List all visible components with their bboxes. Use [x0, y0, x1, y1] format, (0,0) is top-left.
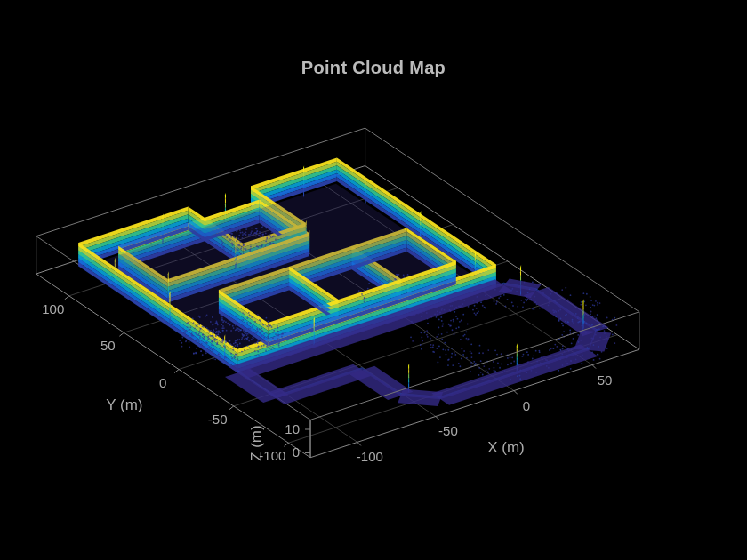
svg-point-479: [516, 291, 518, 292]
svg-point-1264: [562, 345, 564, 347]
svg-point-905: [246, 322, 248, 324]
svg-point-1191: [197, 340, 199, 341]
svg-point-633: [480, 301, 482, 303]
svg-point-1218: [211, 341, 213, 343]
svg-point-425: [565, 287, 566, 289]
svg-point-682: [585, 304, 587, 306]
svg-point-1076: [247, 333, 249, 335]
svg-point-1267: [261, 345, 262, 347]
svg-point-1401: [214, 358, 216, 360]
svg-point-1327: [205, 350, 207, 352]
svg-point-946: [269, 325, 271, 327]
svg-point-975: [606, 327, 607, 329]
svg-point-931: [198, 324, 200, 325]
svg-point-641: [597, 302, 598, 304]
svg-point-999: [256, 329, 258, 331]
svg-point-987: [249, 328, 251, 330]
svg-point-1185: [237, 340, 238, 341]
svg-point-620: [364, 301, 365, 303]
svg-point-1074: [263, 333, 265, 335]
svg-point-1045: [193, 332, 195, 333]
svg-point-1456: [570, 368, 572, 370]
svg-point-1081: [281, 333, 283, 335]
svg-point-1080: [269, 333, 270, 335]
svg-point-819: [597, 314, 598, 316]
svg-point-861: [438, 319, 440, 321]
svg-point-914: [561, 323, 563, 324]
svg-point-1227: [225, 341, 227, 343]
svg-point-1079: [441, 333, 443, 335]
svg-point-1491: [519, 375, 521, 377]
svg-point-1346: [213, 352, 214, 354]
svg-point-1092: [217, 334, 219, 336]
svg-point-1265: [237, 345, 238, 347]
svg-point-880: [441, 320, 443, 322]
svg-point-974: [221, 327, 223, 329]
svg-point-937: [591, 324, 593, 326]
svg-point-1006: [452, 329, 454, 331]
svg-point-672: [580, 304, 582, 306]
svg-point-1337: [526, 351, 528, 353]
svg-point-1082: [275, 333, 277, 335]
svg-line-1539: [284, 443, 288, 446]
svg-point-699: [504, 305, 506, 307]
svg-point-1129: [427, 336, 429, 338]
svg-point-355: [382, 278, 383, 280]
svg-point-607: [526, 300, 527, 301]
svg-point-687: [593, 305, 595, 307]
svg-point-1273: [556, 346, 558, 348]
svg-point-716: [485, 307, 486, 308]
svg-point-964: [458, 326, 460, 328]
svg-point-1248: [430, 344, 432, 346]
svg-point-1411: [517, 360, 518, 362]
svg-point-1102: [577, 334, 579, 336]
svg-point-1237: [571, 342, 573, 344]
svg-point-864: [453, 319, 454, 321]
svg-point-688: [474, 305, 476, 307]
svg-point-836: [592, 316, 594, 317]
svg-point-855: [560, 317, 562, 319]
svg-point-1254: [231, 344, 233, 346]
svg-point-1419: [473, 361, 475, 363]
svg-point-1010: [240, 329, 242, 331]
svg-point-565: [498, 297, 500, 299]
svg-point-1331: [241, 351, 243, 353]
svg-point-939: [616, 324, 618, 326]
svg-point-1368: [454, 354, 456, 356]
svg-point-1334: [601, 351, 603, 353]
svg-text:10: 10: [285, 421, 300, 436]
axes-3d[interactable]: -100-50050-100-50050100010 X (m)Y (m)Z (…: [0, 0, 747, 560]
svg-point-1178: [238, 339, 240, 340]
svg-point-1235: [254, 342, 256, 344]
svg-point-1137: [181, 337, 183, 339]
svg-point-1143: [241, 337, 243, 339]
svg-point-789: [248, 312, 250, 314]
svg-point-933: [268, 324, 269, 326]
svg-point-1049: [266, 332, 268, 333]
svg-point-851: [266, 317, 268, 319]
svg-point-1118: [211, 335, 213, 337]
svg-point-1121: [243, 335, 245, 337]
svg-point-1176: [460, 339, 462, 340]
svg-point-963: [187, 326, 189, 328]
svg-point-1147: [272, 337, 274, 339]
svg-point-1257: [213, 345, 214, 347]
svg-point-524: [503, 294, 505, 296]
svg-point-1272: [266, 346, 268, 348]
svg-point-887: [453, 321, 454, 323]
svg-point-853: [577, 317, 579, 319]
svg-point-1177: [241, 339, 243, 340]
svg-point-1207: [196, 340, 197, 342]
svg-point-1367: [598, 354, 599, 356]
svg-point-508: [582, 292, 584, 294]
svg-point-1132: [204, 336, 205, 338]
svg-point-1064: [256, 332, 258, 334]
svg-point-1256: [263, 345, 265, 347]
svg-point-1168: [222, 339, 224, 340]
svg-point-1366: [527, 354, 529, 356]
svg-point-1306: [442, 348, 444, 350]
svg-point-1131: [436, 336, 438, 338]
svg-point-1317: [494, 349, 496, 351]
svg-point-1397: [213, 358, 214, 360]
svg-point-1056: [421, 332, 422, 333]
